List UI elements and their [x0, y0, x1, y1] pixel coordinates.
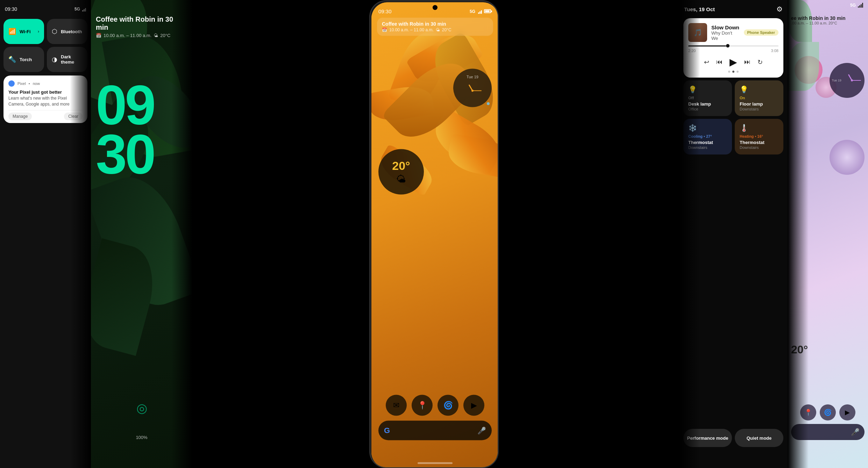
search-bar[interactable]: G 🎤: [378, 420, 492, 440]
center-notif-temp: 20°C: [442, 27, 451, 32]
thermostat-cool-sub: Downstairs: [688, 145, 727, 150]
music-controls: ↩ ⏮ ▶ ⏭ ↻: [688, 56, 778, 68]
dock-fan[interactable]: 🌀: [437, 395, 458, 416]
battery-fill: [485, 10, 490, 12]
notification-card: Pixel • now Your Pixel just got better L…: [3, 75, 87, 123]
ph5-maps[interactable]: 📍: [800, 404, 816, 420]
google-logo: G: [384, 426, 390, 435]
clear-button[interactable]: Clear: [64, 113, 83, 120]
progress-fill: [688, 45, 726, 46]
center-notification: Coffee with Robin in 30 min 📅 10.00 a.m.…: [377, 17, 493, 36]
prev-button[interactable]: ⏮: [716, 58, 723, 66]
desk-lamp-sub: Office: [688, 107, 727, 111]
clock-center-dot: [471, 89, 474, 92]
progress-bar[interactable]: [688, 45, 778, 46]
center-weather-widget: 20° 🌤: [378, 149, 424, 194]
notif-actions: Manage Clear: [8, 110, 83, 120]
cooling-icon: ❄️: [688, 124, 727, 132]
notif-app-icon: [8, 80, 15, 87]
manage-button[interactable]: Manage: [8, 113, 32, 120]
signal-bar-2: [84, 9, 85, 12]
notif-time: now: [33, 81, 40, 86]
phone5-signal: [858, 3, 863, 8]
center-dock: ✉ 📍 🌀 ▶ G 🎤: [378, 395, 492, 440]
wifi-tile[interactable]: 📶 Wi-Fi ›: [3, 19, 44, 44]
scene: 09:30 5G 📶 Wi-Fi › ⬡ Bluetooth: [0, 0, 868, 468]
center-time: 09:30: [378, 8, 392, 14]
notif-title: Your Pixel just got better: [8, 89, 83, 95]
music-info: Slow Down Why Don't We: [711, 24, 740, 41]
music-progress: 2:20 3:08: [688, 45, 778, 53]
qs-tiles: 📶 Wi-Fi › ⬡ Bluetooth 🔦 Torch ◑ Dark the…: [0, 15, 91, 72]
ph5-sig-1: [858, 6, 859, 8]
floor-lamp-tile[interactable]: 💡 On Floor lamp Downstairs: [735, 80, 783, 116]
dock-maps[interactable]: 📍: [412, 395, 433, 416]
qs-row-1: 📶 Wi-Fi › ⬡ Bluetooth: [3, 19, 87, 44]
signal-bar-1: [82, 10, 83, 12]
notif-app-name: Pixel: [17, 81, 26, 86]
desk-lamp-icon: 💡: [688, 85, 727, 94]
qs-status-bar: 09:30 5G: [0, 0, 91, 15]
desk-lamp-tile[interactable]: 💡 Off Desk lamp Office: [683, 80, 732, 116]
time-current: 2:20: [688, 49, 696, 53]
center-notif-sub: 📅 10.00 a.m. – 11.00 a.m. 🌤 20°C: [382, 27, 488, 32]
phone5-notif-title: ee with Robin in 30 min: [791, 15, 865, 21]
hr-bottom-buttons: Performance mode Quiet mode: [683, 429, 783, 447]
ph5-youtube[interactable]: ▶: [839, 404, 855, 420]
floor-lamp-icon: 💡: [740, 85, 778, 94]
desk-lamp-name: Desk lamp: [688, 101, 727, 107]
replay-button[interactable]: ↩: [704, 58, 709, 66]
home-controls-panel: Tues, 19 Oct ⚙ 🎵 Slow Down Why Don't We …: [679, 0, 788, 468]
ph5-fan[interactable]: 🌀: [820, 404, 836, 420]
mic-icon[interactable]: 🎤: [477, 426, 486, 434]
dock-mail[interactable]: ✉: [386, 395, 407, 416]
dot-3: [737, 71, 739, 73]
play-button[interactable]: ▶: [730, 56, 737, 68]
clock-date: Tue 19: [467, 74, 478, 79]
phone2-notif-title: Coffee with Robin in 30 min: [96, 15, 187, 31]
music-artist: Why Don't We: [711, 30, 740, 41]
notif-header: Pixel • now: [8, 80, 83, 87]
notif-dot: •: [29, 81, 30, 86]
sig-bar-3: [481, 10, 482, 14]
phone5-clock-widget: Tue 19: [830, 63, 865, 98]
floor-lamp-sub: Downstairs: [740, 107, 778, 111]
thermostat-heat-sub: Downstairs: [740, 145, 778, 150]
dark-theme-icon: ◑: [52, 56, 57, 63]
dock-youtube[interactable]: ▶: [463, 395, 484, 416]
phone2-clock: 09 30: [96, 80, 154, 179]
phone2-clock-minutes: 30: [96, 130, 154, 179]
dark-theme-tile[interactable]: ◑ Dark theme: [47, 47, 87, 72]
wifi-icon: 📶: [8, 28, 16, 35]
bluetooth-tile[interactable]: ⬡ Bluetooth: [47, 19, 87, 44]
torch-tile[interactable]: 🔦 Torch: [3, 47, 44, 72]
time-total: 3:08: [771, 49, 778, 53]
ph5-mic-icon[interactable]: 🎤: [851, 428, 860, 436]
center-battery: [484, 9, 491, 13]
thermostat-cool-tile[interactable]: ❄️ Cooling • 27° Thermostat Downstairs: [683, 119, 732, 154]
performance-mode-button[interactable]: Performance mode: [683, 429, 732, 447]
thermostat-heat-tile[interactable]: 🌡️ Heating • 16° Thermostat Downstairs: [735, 119, 783, 154]
phone5-dock-icons: 📍 🌀 ▶: [791, 404, 865, 420]
ph5-search-bar[interactable]: 🎤: [791, 424, 865, 440]
center-5g: 5G: [470, 9, 475, 14]
clock-indicator: [487, 102, 490, 105]
quiet-mode-button[interactable]: Quiet mode: [735, 429, 783, 447]
qs-status-icons: 5G: [74, 7, 86, 12]
quick-settings-panel: 09:30 5G 📶 Wi-Fi › ⬡ Bluetooth: [0, 0, 91, 468]
analog-clock: [462, 80, 483, 101]
phone2-battery: 100%: [136, 435, 147, 440]
gear-icon[interactable]: ⚙: [776, 5, 783, 13]
speaker-badge: Phone Speaker: [744, 29, 778, 36]
music-title: Slow Down: [711, 24, 740, 30]
phone-screen: 09:30 5G Coffee: [371, 2, 499, 468]
phone2-notif-time: 10.00 a.m. – 11.00 a.m.: [104, 33, 151, 38]
hr-date: Tues, 19 Oct: [684, 6, 715, 12]
home-tiles: 💡 Off Desk lamp Office 💡 On Floor lamp D…: [683, 80, 783, 154]
dock-icons: ✉ 📍 🌀 ▶: [378, 395, 492, 416]
phone2-notif-sub: 📅 10.00 a.m. – 11.00 a.m. 🌤 20°C: [96, 33, 187, 38]
torch-label: Torch: [20, 57, 32, 62]
forward-button[interactable]: ↻: [757, 58, 763, 66]
sig-bar-2: [479, 11, 481, 14]
next-button[interactable]: ⏭: [744, 58, 750, 66]
